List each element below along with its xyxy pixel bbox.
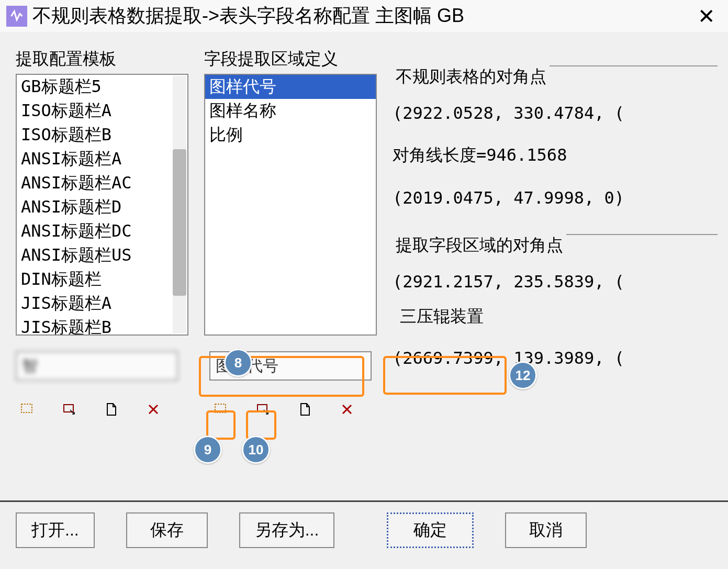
field-corner-p1: (2921.2157, 235.5839, ( xyxy=(393,272,718,292)
svg-rect-2 xyxy=(215,404,226,412)
window-title: 不规则表格数据提取->表头字段名称配置 主图幅 GB xyxy=(32,3,691,29)
pick-rect-icon[interactable] xyxy=(61,401,79,417)
fields-listbox[interactable]: 图样代号 图样名称 比例 xyxy=(204,74,377,336)
table-diag-length: 对角线长度=946.1568 xyxy=(393,144,718,167)
list-item[interactable]: JIS标题栏A xyxy=(17,292,172,316)
ok-button[interactable]: 确定 xyxy=(387,512,474,548)
save-button[interactable]: 保存 xyxy=(126,512,208,548)
list-item[interactable]: ANSI标题栏A xyxy=(17,147,172,171)
list-item[interactable]: ISO标题栏B xyxy=(17,123,172,147)
table-corner-p2: (2019.0475, 47.9998, 0) xyxy=(393,188,718,208)
app-icon xyxy=(6,6,27,27)
saveas-button[interactable]: 另存为... xyxy=(239,512,335,548)
templates-label: 提取配置模板 xyxy=(16,48,188,71)
info-panel: 不规则表格的对角点 (2922.0528, 330.4784, ( 对角线长度=… xyxy=(393,48,718,417)
list-item[interactable]: 比例 xyxy=(205,123,376,147)
list-item[interactable]: JIS标题栏B xyxy=(17,316,172,334)
open-button[interactable]: 打开... xyxy=(16,512,95,548)
pick-rect-icon[interactable] xyxy=(254,401,272,417)
field-corner-title: 提取字段区域的对角点 xyxy=(393,234,566,257)
fields-label: 字段提取区域定义 xyxy=(204,48,377,71)
bottom-bar: 打开... 保存 另存为... 确定 取消 xyxy=(0,500,728,548)
table-corner-title: 不规则表格的对角点 xyxy=(393,65,550,88)
table-corner-p1: (2922.0528, 330.4784, ( xyxy=(393,103,718,123)
select-region-icon[interactable] xyxy=(19,401,37,417)
list-item[interactable]: ANSI标题栏DC xyxy=(17,219,172,243)
callout-12: 12 xyxy=(509,361,537,389)
templates-listbox[interactable]: GB标题栏5 ISO标题栏A ISO标题栏B ANSI标题栏A ANSI标题栏A… xyxy=(16,74,188,336)
list-item[interactable]: ANSI标题栏US xyxy=(17,243,172,267)
new-page-icon[interactable] xyxy=(103,401,120,417)
templates-panel: 提取配置模板 GB标题栏5 ISO标题栏A ISO标题栏B ANSI标题栏A A… xyxy=(16,48,188,417)
svg-rect-3 xyxy=(257,405,267,412)
list-item[interactable]: 图样代号 xyxy=(205,75,376,99)
scrollbar-thumb[interactable] xyxy=(173,149,186,296)
titlebar: 不规则表格数据提取->表头字段名称配置 主图幅 GB ✕ xyxy=(0,0,728,32)
field-extracted-value: 三压辊装置 xyxy=(393,301,491,332)
delete-icon[interactable] xyxy=(144,401,162,417)
list-item[interactable]: ANSI标题栏D xyxy=(17,195,172,219)
list-item[interactable]: DIN标题栏 xyxy=(17,267,172,292)
callout-10: 10 xyxy=(242,436,270,464)
select-region-icon[interactable] xyxy=(212,401,230,417)
svg-rect-1 xyxy=(64,405,73,412)
callout-9: 9 xyxy=(194,436,222,464)
close-icon[interactable]: ✕ xyxy=(691,4,722,28)
list-item[interactable]: 图样名称 xyxy=(205,99,376,123)
template-name-input[interactable] xyxy=(16,351,178,381)
svg-rect-0 xyxy=(21,404,32,412)
list-item[interactable]: ANSI标题栏AC xyxy=(17,171,172,195)
callout-8: 8 xyxy=(224,349,252,377)
cancel-button[interactable]: 取消 xyxy=(505,512,587,548)
delete-icon[interactable] xyxy=(338,401,356,417)
field-corner-p2: (2669.7399, 139.3989, ( xyxy=(393,348,718,368)
scrollbar[interactable] xyxy=(173,76,186,333)
new-page-icon[interactable] xyxy=(296,401,314,417)
list-item[interactable]: ISO标题栏A xyxy=(17,99,172,123)
list-item[interactable]: GB标题栏5 xyxy=(17,75,172,99)
